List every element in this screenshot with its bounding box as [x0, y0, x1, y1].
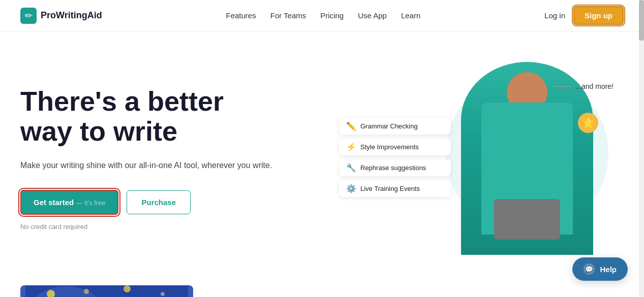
cta-sub-label: — it's free — [76, 199, 105, 207]
logo-text: ProWritingAid — [41, 10, 102, 21]
laptop — [494, 199, 560, 240]
logo-icon: ✏ — [20, 8, 37, 24]
starry-night-placeholder — [25, 285, 188, 297]
scrollbar-track[interactable] — [639, 0, 644, 297]
bottom-text: Do you feel like your writing lets you d… — [224, 285, 500, 297]
starry-night-svg — [25, 285, 188, 297]
hero-right: ⭐ ...and more! ✏️ Grammar Checking ⚡ Sty… — [339, 62, 624, 255]
scrollbar-thumb[interactable] — [639, 0, 644, 41]
logo-link[interactable]: ✏ ProWritingAid — [20, 8, 102, 24]
cta-main-label: Get started — [34, 198, 74, 207]
help-icon: 💬 — [584, 263, 595, 275]
feature-pills: ✏️ Grammar Checking ⚡ Style Improvements… — [339, 118, 451, 197]
help-label: Help — [600, 265, 617, 274]
hero-title: There's a better way to write — [20, 86, 272, 147]
purchase-button[interactable]: Purchase — [127, 190, 191, 214]
training-label: Live Training Events — [360, 185, 420, 192]
hero-person-illustration — [461, 62, 593, 255]
pill-grammar: ✏️ Grammar Checking — [339, 118, 451, 135]
svg-point-5 — [124, 285, 131, 292]
nav-link-features[interactable]: Features — [226, 11, 256, 20]
nav-actions: Log in Sign up — [544, 6, 624, 25]
pill-training: ⚙️ Live Training Events — [339, 180, 451, 197]
hero-buttons: Get started — it's free Purchase — [20, 190, 272, 215]
nav-link-learn[interactable]: Learn — [401, 11, 420, 20]
get-started-button[interactable]: Get started — it's free — [20, 190, 118, 215]
help-button[interactable]: 💬 Help — [572, 257, 628, 281]
rephrase-label: Rephrase suggestions — [360, 164, 426, 172]
navbar: ✏ ProWritingAid Features For Teams Prici… — [0, 0, 644, 31]
style-icon: ⚡ — [346, 142, 356, 152]
training-icon: ⚙️ — [346, 184, 356, 193]
star-badge: ⭐ — [578, 113, 598, 133]
and-more-label: ...and more! — [552, 82, 614, 90]
bottom-section: Do you feel like your writing lets you d… — [0, 275, 644, 297]
more-line — [552, 86, 572, 87]
pill-rephrase: 🔧 Rephrase suggestions — [339, 159, 451, 176]
pill-style: ⚡ Style Improvements — [339, 139, 451, 155]
svg-point-4 — [84, 289, 89, 294]
nav-link-pricing[interactable]: Pricing — [320, 11, 344, 20]
nav-link-teams[interactable]: For Teams — [270, 11, 306, 20]
login-link[interactable]: Log in — [544, 11, 565, 20]
style-label: Style Improvements — [360, 143, 419, 151]
grammar-icon: ✏️ — [346, 121, 356, 131]
bottom-illustration — [20, 285, 193, 297]
hero-subtitle: Make your writing shine with our all-in-… — [20, 159, 272, 172]
rephrase-icon: 🔧 — [346, 163, 356, 173]
no-credit-card-text: No credit card required — [20, 223, 272, 230]
hero-section: There's a better way to write Make your … — [0, 31, 644, 275]
hero-left: There's a better way to write Make your … — [20, 86, 272, 230]
svg-point-6 — [161, 292, 165, 296]
grammar-label: Grammar Checking — [360, 122, 418, 130]
nav-links: Features For Teams Pricing Use App Learn — [226, 11, 421, 20]
signup-button[interactable]: Sign up — [573, 6, 624, 25]
nav-link-use-app[interactable]: Use App — [358, 11, 387, 20]
